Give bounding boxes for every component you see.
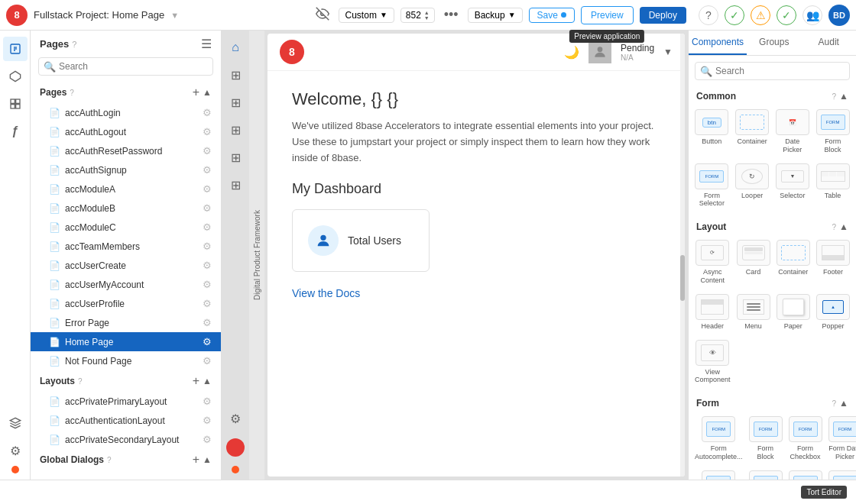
visibility-icon[interactable] — [316, 7, 329, 24]
people-icon[interactable]: 👥 — [802, 5, 822, 25]
view-docs-link[interactable]: View the Docs — [292, 287, 360, 299]
sidebar-item-settings[interactable]: ⚙ — [3, 438, 28, 463]
layout-item[interactable]: 📄accAuthenticationLayout⚙ — [31, 411, 221, 430]
tab-groups[interactable]: Groups — [747, 31, 801, 55]
layout-gear-icon[interactable]: ⚙ — [203, 434, 212, 445]
page-item[interactable]: 📄Error Page⚙ — [31, 313, 221, 332]
component-item-form_multi[interactable]: FORMForm Multiselect — [827, 467, 856, 480]
page-gear-icon[interactable]: ⚙ — [203, 164, 212, 176]
component-item-form_field_arr[interactable]: FORMForm Field Array — [747, 467, 784, 480]
component-item-popper[interactable]: ▲Popper — [815, 291, 851, 334]
width-input[interactable]: 852 ▲ ▼ — [400, 8, 435, 23]
tab-components[interactable]: Components — [689, 31, 747, 55]
component-item-card[interactable]: Card — [735, 237, 772, 288]
component-item-formblock[interactable]: FORMForm Block — [814, 106, 851, 157]
component-item-form_file[interactable]: FORMForm File Upload — [787, 467, 824, 480]
add-layout-button[interactable]: + — [193, 375, 199, 387]
component-item-menu[interactable]: Menu — [735, 291, 772, 334]
canvas-document[interactable]: 8 🌙 Pending N/A ▼ Wel — [268, 34, 685, 477]
sidebar-item-functions[interactable]: ƒ — [3, 119, 28, 144]
page-gear-icon[interactable]: ⚙ — [203, 260, 212, 271]
component-item-datepicker[interactable]: 📅Date Picker — [774, 106, 812, 157]
component-item-container[interactable]: Container — [775, 237, 812, 288]
common-chevron[interactable]: ▲ — [839, 91, 848, 102]
page-item[interactable]: 📄accModuleC⚙ — [31, 218, 221, 237]
toggle-sidebar-button[interactable]: ☰ — [201, 37, 212, 51]
component-item-header[interactable]: Header — [693, 291, 732, 334]
component-item-formblock2[interactable]: FORMForm Block — [747, 413, 784, 464]
canvas-nav-home[interactable]: ⌂ — [225, 37, 246, 58]
page-gear-icon[interactable]: ⚙ — [203, 145, 212, 157]
canvas-scrollbar-thumb[interactable] — [680, 255, 685, 301]
page-gear-icon[interactable]: ⚙ — [203, 221, 212, 233]
sidebar-item-components[interactable] — [3, 92, 28, 116]
right-search-input[interactable] — [695, 62, 850, 80]
preview-button[interactable]: Preview Preview application — [581, 6, 634, 24]
save-button[interactable]: Save — [529, 8, 575, 23]
component-item-async[interactable]: ⟳Async Content — [693, 237, 732, 288]
sidebar-item-plugins[interactable] — [3, 411, 28, 435]
component-item-paper[interactable]: Paper — [775, 291, 812, 334]
page-gear-icon[interactable]: ⚙ — [203, 202, 212, 214]
page-item[interactable]: 📄accModuleA⚙ — [31, 179, 221, 199]
layout-item[interactable]: 📄accPrivatePrimaryLayout⚙ — [31, 392, 221, 411]
page-gear-icon[interactable]: ⚙ — [203, 355, 212, 367]
component-item-form_date[interactable]: FORMForm Date Picker — [827, 413, 856, 464]
help-icon[interactable]: ? — [699, 5, 718, 25]
page-gear-icon[interactable]: ⚙ — [203, 107, 212, 118]
form-chevron[interactable]: ▲ — [839, 398, 848, 409]
page-gear-icon[interactable]: ⚙ — [203, 279, 212, 290]
component-item-form_datetime[interactable]: FORMForm Date Time Picker — [693, 467, 744, 480]
component-item-form_auto[interactable]: FORMForm Autocomplete... — [693, 413, 744, 464]
page-gear-icon[interactable]: ⚙ — [203, 336, 212, 347]
sidebar-item-pages[interactable] — [3, 37, 28, 61]
canvas-nav-grid2[interactable]: ⊞ — [225, 92, 246, 113]
component-item-viewcomp[interactable]: 👁View Component — [693, 337, 732, 388]
page-item[interactable]: 📄accUserCreate⚙ — [31, 256, 221, 275]
global-dialogs-chevron[interactable]: ▲ — [203, 454, 212, 465]
add-dialog-button[interactable]: + — [193, 454, 199, 466]
deploy-button[interactable]: Deploy — [640, 7, 686, 24]
page-item[interactable]: 📄accUserMyAccount⚙ — [31, 275, 221, 294]
canvas-nav-grid4[interactable]: ⊞ — [225, 147, 246, 168]
search-input[interactable] — [38, 57, 213, 76]
add-page-button[interactable]: + — [193, 86, 199, 99]
sidebar-item-routes[interactable] — [3, 64, 28, 89]
canvas-nav-grid5[interactable]: ⊞ — [225, 174, 246, 195]
page-item[interactable]: 📄accTeamMembers⚙ — [31, 237, 221, 256]
page-gear-icon[interactable]: ⚙ — [203, 241, 212, 252]
page-gear-icon[interactable]: ⚙ — [203, 126, 212, 137]
page-gear-icon[interactable]: ⚙ — [203, 183, 212, 195]
more-options-button[interactable]: ••• — [441, 7, 462, 23]
page-item[interactable]: 📄accModuleB⚙ — [31, 199, 221, 218]
page-gear-icon[interactable]: ⚙ — [203, 298, 212, 309]
layout-item[interactable]: 📄accPrivateSecondaryLayout⚙ — [31, 430, 221, 449]
component-item-table[interactable]: Table — [814, 160, 851, 212]
page-item[interactable]: 📄Home Page⚙ — [31, 332, 221, 351]
page-item[interactable]: 📄accAuthLogout⚙ — [31, 122, 221, 141]
page-item[interactable]: 📄accUserProfile⚙ — [31, 294, 221, 313]
page-item[interactable]: 📄Not Found Page⚙ — [31, 351, 221, 370]
custom-selector[interactable]: Custom ▼ — [339, 8, 394, 23]
component-item-container[interactable]: Container — [734, 106, 771, 157]
user-avatar[interactable]: BD — [828, 5, 850, 26]
page-item[interactable]: 📄accAuthResetPassword⚙ — [31, 141, 221, 160]
component-item-selector[interactable]: ▼Selector — [774, 160, 812, 212]
page-item[interactable]: 📄accAuthSignup⚙ — [31, 160, 221, 179]
layouts-chevron[interactable]: ▲ — [203, 376, 212, 386]
layout-gear-icon[interactable]: ⚙ — [203, 396, 212, 407]
layout-gear-icon[interactable]: ⚙ — [203, 415, 212, 426]
layout-chevron[interactable]: ▲ — [839, 221, 848, 232]
canvas-nav-grid1[interactable]: ⊞ — [225, 64, 246, 86]
canvas-nav-grid3[interactable]: ⊞ — [225, 119, 246, 141]
component-item-formselector[interactable]: FORMForm Selector — [693, 160, 731, 212]
component-item-footer[interactable]: Footer — [815, 237, 851, 288]
canvas-nav-settings[interactable]: ⚙ — [225, 408, 246, 429]
tab-audit[interactable]: Audit — [802, 31, 856, 55]
page-gear-icon[interactable]: ⚙ — [203, 317, 212, 328]
pages-chevron[interactable]: ▲ — [203, 87, 212, 98]
page-item[interactable]: 📄accAuthLogin⚙ — [31, 103, 221, 122]
component-item-form_check[interactable]: FORMForm Checkbox — [787, 413, 824, 464]
component-item-looper[interactable]: ↻Looper — [734, 160, 771, 212]
backup-button[interactable]: Backup ▼ — [468, 8, 523, 23]
